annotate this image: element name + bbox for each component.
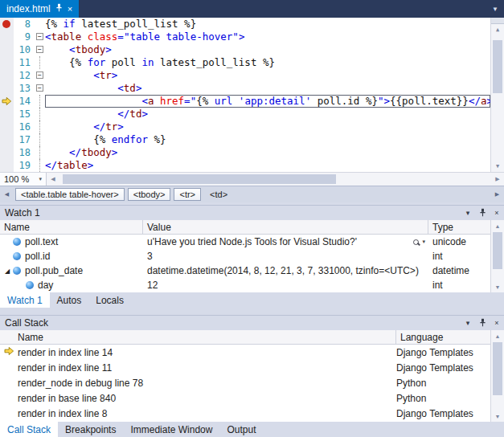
fold-collapse-icon[interactable]: − [36, 46, 43, 53]
scroll-down-icon[interactable]: ▼ [491, 410, 504, 422]
code-text[interactable]: {% if latest_poll_list %} [45, 18, 490, 31]
glyph-margin[interactable] [0, 69, 14, 82]
breadcrumb-item--td-[interactable]: <td> [204, 188, 233, 201]
watch-row[interactable]: day12int [0, 278, 490, 292]
tab-autos[interactable]: Autos [50, 292, 89, 308]
breadcrumb-item--table-table-table-hover-[interactable]: <table.table table-hover> [15, 188, 125, 201]
callstack-vertical-scrollbar[interactable]: ▲ ▼ [490, 330, 504, 422]
close-icon[interactable]: × [68, 5, 72, 14]
column-header-value[interactable]: Value [143, 220, 428, 234]
code-text[interactable]: </tbody> [45, 146, 490, 159]
breadcrumb-item--tbody-[interactable]: <tbody> [128, 188, 171, 201]
code-line[interactable]: 15</td> [0, 108, 490, 120]
glyph-margin[interactable] [0, 95, 14, 108]
scroll-up-icon[interactable]: ▲ [491, 330, 504, 341]
column-header-language[interactable]: Language [396, 330, 490, 344]
callstack-row[interactable]: render_node in debug line 78Python [0, 375, 490, 390]
code-line[interactable]: 13−<td> [0, 82, 490, 95]
scroll-right-icon[interactable]: ▶ [491, 173, 504, 186]
pin-icon[interactable] [55, 3, 63, 14]
code-text[interactable]: <td> [45, 82, 490, 95]
scrollbar-thumb[interactable] [493, 342, 502, 395]
editor-horizontal-scrollbar[interactable]: ◀ ▶ [47, 173, 504, 186]
watch-row[interactable]: poll.id3int [0, 249, 490, 263]
tab-call-stack[interactable]: Call Stack [0, 422, 58, 437]
scroll-up-icon[interactable]: ▲ [491, 24, 504, 35]
code-line[interactable]: 17{% endfor %} [0, 133, 490, 146]
glyph-margin[interactable] [0, 120, 14, 133]
glyph-margin[interactable] [0, 133, 14, 146]
code-line[interactable]: 9−<table class="table table-hover"> [0, 31, 490, 43]
glyph-margin[interactable] [0, 43, 14, 56]
close-icon[interactable]: × [490, 319, 504, 327]
breadcrumb-scroll-left-icon[interactable]: ◀ [2, 191, 12, 198]
code-text[interactable]: </td> [45, 108, 490, 120]
watch-vertical-scrollbar[interactable]: ▲ ▼ [490, 220, 504, 292]
code-text[interactable]: {% endfor %} [45, 133, 490, 146]
callstack-row[interactable]: render in index line 8Django Templates [0, 406, 490, 421]
zoom-control[interactable]: 100 % ▾ [0, 173, 47, 186]
scrollbar-thumb[interactable] [493, 40, 502, 93]
code-line[interactable]: 12−<tr> [0, 69, 490, 82]
window-position-dropdown-icon[interactable]: ▾ [461, 319, 475, 327]
code-editor[interactable]: 8{% if latest_poll_list %}9−<table class… [0, 18, 504, 172]
editor-vertical-scrollbar[interactable]: ▲ ▼ [490, 18, 504, 172]
glyph-margin[interactable] [0, 18, 14, 31]
scrollbar-thumb[interactable] [63, 174, 336, 184]
text-visualizer-magnifier-icon[interactable]: ▾ [411, 239, 425, 245]
column-header-name[interactable]: Name [0, 220, 143, 234]
code-line[interactable]: 18</tbody> [0, 146, 490, 159]
zoom-dropdown-icon[interactable]: ▾ [39, 176, 42, 182]
glyph-margin[interactable] [0, 146, 14, 159]
tab-output[interactable]: Output [219, 422, 263, 437]
fold-collapse-icon[interactable]: − [36, 33, 43, 40]
code-line[interactable]: 19</table> [0, 159, 490, 172]
expand-icon[interactable]: ◢ [2, 268, 12, 275]
fold-collapse-icon[interactable]: − [36, 71, 43, 79]
code-text[interactable]: <a href="{% url 'app:detail' poll.id %}"… [45, 95, 490, 108]
scroll-left-icon[interactable]: ◀ [47, 173, 59, 186]
code-text[interactable]: {% for poll in latest_poll_list %} [45, 56, 490, 69]
scroll-down-icon[interactable]: ▼ [491, 161, 504, 172]
code-line[interactable]: 11{% for poll in latest_poll_list %} [0, 56, 490, 69]
code-text[interactable]: </tr> [45, 120, 490, 133]
glyph-margin[interactable] [0, 56, 14, 69]
pin-icon[interactable] [475, 208, 490, 218]
glyph-margin[interactable] [0, 31, 14, 43]
code-line[interactable]: 16</tr> [0, 120, 490, 133]
scrollbar-thumb[interactable] [493, 232, 502, 269]
callstack-panel-header[interactable]: Call Stack ▾ × [0, 315, 504, 330]
watch-row[interactable]: ◢poll.pub_datedatetime.datetime(2014, 8,… [0, 263, 490, 278]
breadcrumb-item--tr-[interactable]: <tr> [174, 188, 201, 201]
code-line[interactable]: 10−<tbody> [0, 43, 490, 56]
code-text[interactable]: <table class="table table-hover"> [45, 31, 490, 43]
tab-watch-1[interactable]: Watch 1 [0, 292, 50, 308]
tab-index-html[interactable]: index.html × [0, 0, 79, 18]
watch-row[interactable]: poll.textu'Have you tried Node.js Tools … [0, 235, 490, 249]
close-icon[interactable]: × [490, 209, 504, 217]
code-line[interactable]: 14<a href="{% url 'app:detail' poll.id %… [0, 95, 490, 108]
pin-icon[interactable] [475, 318, 490, 329]
window-position-dropdown-icon[interactable]: ▾ [461, 209, 475, 217]
tab-locals[interactable]: Locals [88, 292, 131, 308]
glyph-margin[interactable] [0, 108, 14, 120]
scroll-down-icon[interactable]: ▼ [491, 281, 504, 292]
code-line[interactable]: 8{% if latest_poll_list %} [0, 18, 490, 31]
breadcrumb-scroll-right-icon[interactable]: ▶ [492, 191, 502, 198]
callstack-row[interactable]: render in index line 14Django Templates [0, 345, 490, 360]
glyph-margin[interactable] [0, 82, 14, 95]
code-text[interactable]: <tr> [45, 69, 490, 82]
glyph-margin[interactable] [0, 159, 14, 172]
code-text[interactable]: </table> [45, 159, 490, 172]
editor-split-handle[interactable] [491, 18, 504, 24]
tab-immediate-window[interactable]: Immediate Window [123, 422, 219, 437]
column-header-name[interactable]: Name [0, 330, 396, 344]
scroll-up-icon[interactable]: ▲ [491, 220, 504, 231]
code-text[interactable]: <tbody> [45, 43, 490, 56]
callstack-row[interactable]: render in base line 840Python [0, 390, 490, 406]
tab-breakpoints[interactable]: Breakpoints [58, 422, 123, 437]
splitter[interactable] [0, 308, 504, 315]
fold-collapse-icon[interactable]: − [36, 84, 43, 92]
column-header-type[interactable]: Type [428, 220, 490, 234]
callstack-row[interactable]: render in index line 11Django Templates [0, 360, 490, 375]
